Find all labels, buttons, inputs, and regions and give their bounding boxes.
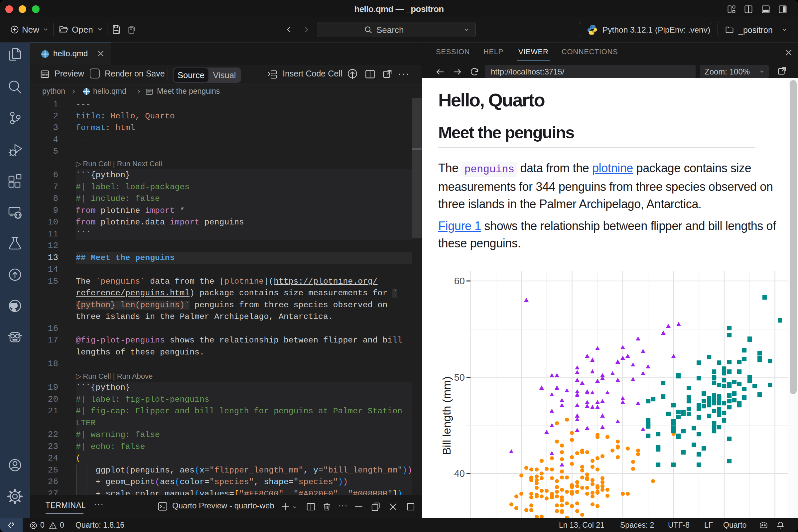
svg-text:40: 40 [454,468,465,479]
svg-text:Bill length (mm): Bill length (mm) [440,376,453,455]
svg-text:50: 50 [454,372,465,383]
svg-text:60: 60 [454,276,465,286]
